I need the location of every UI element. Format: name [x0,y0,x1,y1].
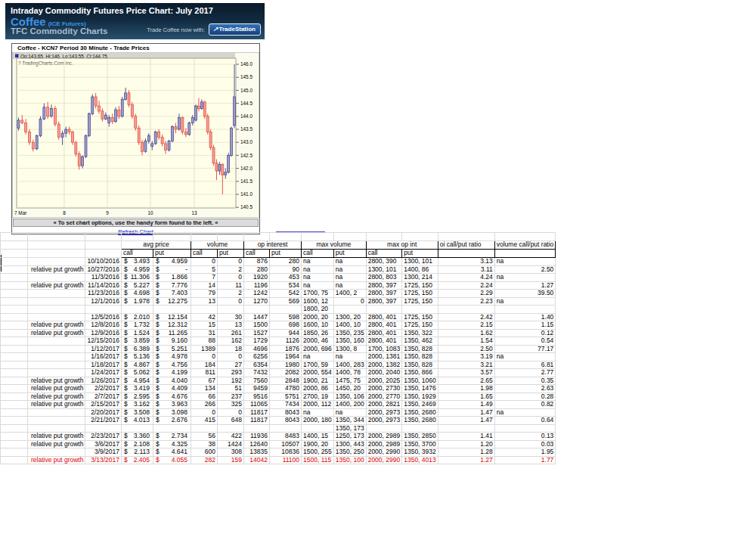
cell-date: 12/1/2016 [85,297,122,306]
cell-avg-call [122,424,153,433]
cell-oi-ratio: 4.24 [438,274,494,282]
cell-oi-put: 8043 [270,408,302,417]
cell-maxvol-call: 1800, 20 [302,306,334,314]
cell-vol-call: 66 [191,393,218,401]
cell-maxoi-call: 2800, 401 [366,321,402,330]
cell-oi-ratio: 1.20 [438,440,494,448]
cell-vol-ratio: 1.40 [494,313,556,321]
cell-label [1,377,28,385]
cell-maxoi-call: 2800, 397 [366,281,402,290]
cell-oi-put: 1876 [270,345,302,353]
cell-maxvol-put: na [333,408,366,417]
cell-vol-put: 18 [218,345,244,353]
tradestation-button[interactable]: ↗TradeStation [209,23,261,36]
cell-oi-put [270,306,302,314]
cell-label [28,297,85,306]
cell-vol-call: 67 [191,377,218,385]
ratio-header-0: oi call/put ratio [438,241,494,250]
cell-oi-ratio: 2.29 [438,290,494,298]
cell-label [28,345,85,353]
table-row: relative put growth10/27/2016$4.959$-522… [1,265,556,274]
cell-maxvol-put: 1400, 2 [333,290,366,298]
cell-vol-call: 15 [191,321,218,330]
cell-date: 1/16/2017 [85,353,122,361]
cell-avg-put: $4.040 [153,377,191,385]
cell-vol-call: 0 [191,408,218,417]
cell-label: relative put growth [28,440,85,448]
cell-maxvol-call: 1900, 21 [302,377,334,385]
cell-label [1,401,28,409]
cell-oi-call: 876 [244,258,270,266]
cell-maxvol-call: 2000, 696 [302,345,334,353]
cell-label [1,456,28,464]
cell-oi-call: 1196 [244,281,270,290]
cell-date: 11/23/2016 [85,290,122,298]
table-row: relative put growth2/23/2017$3.360$2.734… [1,433,556,441]
cell-vol-put: 13 [218,321,244,330]
cell-oi-put: 542 [270,290,302,298]
cell-oi-call: 1527 [244,329,270,337]
cell-oi-ratio: 1.47 [438,408,494,417]
svg-text:143.5: 143.5 [240,126,253,132]
cell-maxvol-put: 1350, 106 [333,393,366,401]
cell-vol-ratio: 1.15 [494,321,556,330]
cell-maxvol-put [333,306,366,314]
cell-oi-ratio: 1.49 [438,401,494,409]
svg-text:142.5: 142.5 [240,153,253,158]
futures-options-sheet: avg pricevolumeop interestmax volumemax … [0,232,556,464]
cell-label [1,385,28,393]
cell-label [1,448,28,457]
cell-oi-ratio: 2.23 [438,297,494,306]
cell-maxvol-call: 1400, 15 [302,433,334,441]
svg-text:10: 10 [147,210,153,216]
cell-vol-call: 7 [191,274,218,282]
cell-vol-put: 2 [218,290,244,298]
cell-vol-call [191,306,218,314]
cell-oi-call [244,424,270,433]
cell-maxvol-put: 1300, 443 [333,440,366,448]
cell-avg-call: $3.419 [122,385,153,393]
cell-avg-call: $1.978 [122,297,153,306]
svg-text:13: 13 [191,210,197,216]
cell-avg-call: $5.227 [122,281,153,290]
cell-vol-put [218,424,244,433]
cell-oi-ratio [438,306,494,314]
cell-maxoi-put: 1350, 1476 [402,385,438,393]
cell-vol-ratio: 2.50 [494,265,556,274]
cell-date: 12/5/2016 [85,313,122,321]
cell-oi-call: 6354 [244,361,270,369]
cell-vol-put: 30 [218,313,244,321]
svg-text:142.0: 142.0 [240,166,253,171]
cell-oi-call: 11065 [244,401,270,409]
cell-maxoi-call: 2800, 397 [366,290,402,298]
table-row: 1/24/2017$5.062$4.199811293743220822000,… [1,369,556,377]
cell-maxoi-call: 1700, 1083 [366,345,402,353]
cell-date: 11/3/2016 [85,274,122,282]
cell-oi-ratio [438,424,494,433]
cell-vol-put: 1424 [218,440,244,448]
cell-vol-call: 56 [191,433,218,441]
cell-vol-call: 79 [191,290,218,298]
cell-avg-call: $3.508 [122,408,153,417]
cell-label [28,290,85,298]
cell-vol-put: 51 [218,385,244,393]
cell-oi-call [244,306,270,314]
cell-maxoi-call: 2800, 390 [366,258,402,266]
cell-vol-ratio: 0.03 [494,440,556,448]
cell-maxvol-put: 1475, 75 [333,377,366,385]
cell-vol-call: 14 [191,281,218,290]
cell-oi-ratio: 1.54 [438,337,494,346]
cell-maxvol-call: na [302,353,334,361]
cell-label [28,408,85,417]
cell-maxvol-put: 1350, 173 [333,424,366,433]
cell-label [1,329,28,337]
cell-maxoi-call: 2000, 2973 [366,408,402,417]
cell-oi-call: 1242 [244,290,270,298]
cell-avg-put: $4.959 [153,258,191,266]
cell-oi-put: 534 [270,281,302,290]
cell-label [1,433,28,441]
cell-date: 2/20/2017 [85,408,122,417]
cell-maxoi-call: 2800, 397 [366,297,402,306]
svg-text:8: 8 [63,210,66,216]
cell-maxoi-put: 1725, 150 [402,313,438,321]
